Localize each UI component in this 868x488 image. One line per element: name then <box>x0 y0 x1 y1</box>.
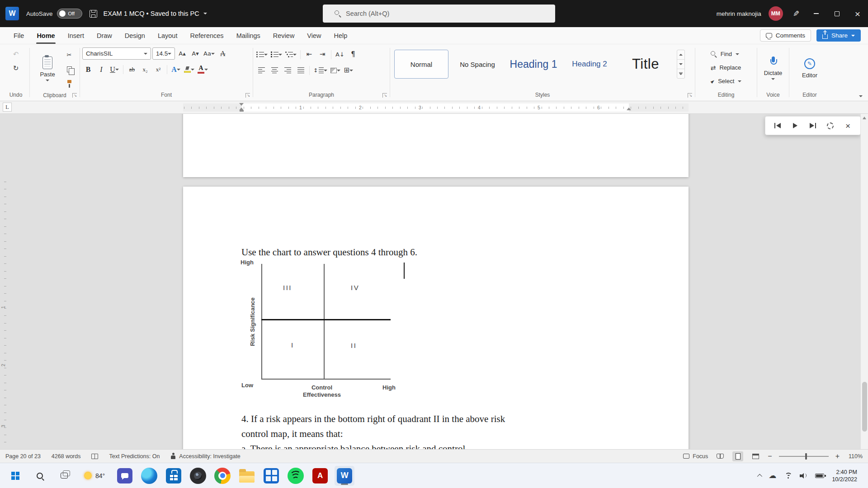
editor-button[interactable]: ✎ Editor <box>797 47 823 89</box>
scroll-up-arrow[interactable] <box>863 117 866 119</box>
proofing-status[interactable] <box>91 454 98 459</box>
grow-font-button[interactable]: A▴ <box>176 47 188 60</box>
decrease-indent-button[interactable]: ⇤ <box>303 48 315 61</box>
read-mode-button[interactable] <box>715 451 726 461</box>
page-current[interactable]: Use the chart to answer questions 4 thro… <box>183 187 689 449</box>
taskbar-chrome-icon[interactable] <box>212 466 232 486</box>
read-next-button[interactable] <box>806 119 820 132</box>
read-previous-button[interactable] <box>771 119 784 132</box>
style-normal[interactable]: Normal <box>394 50 448 79</box>
redo-button[interactable]: ↻ <box>10 62 22 75</box>
read-aloud-close-button[interactable]: × <box>841 119 855 132</box>
user-name[interactable]: mehrin maknojia <box>717 10 761 17</box>
paragraph-intro[interactable]: Use the chart to answer questions 4 thro… <box>241 247 417 258</box>
multilevel-list-button[interactable] <box>284 48 297 61</box>
tab-draw[interactable]: Draw <box>90 27 118 44</box>
tab-home[interactable]: Home <box>30 27 61 44</box>
tab-review[interactable]: Review <box>267 27 301 44</box>
replace-button[interactable]: ⇄Replace <box>709 61 743 74</box>
cut-button[interactable]: ✂ <box>63 49 75 61</box>
clipboard-dialog-launcher[interactable] <box>72 93 77 98</box>
style-heading-1[interactable]: Heading 1 <box>506 50 561 79</box>
style-heading-2[interactable]: Heading 2 <box>562 50 617 79</box>
zoom-in-button[interactable]: + <box>835 453 840 460</box>
increase-indent-button[interactable]: ⇥ <box>316 48 328 61</box>
styles-scroll-down-button[interactable] <box>677 60 684 69</box>
justify-button[interactable] <box>295 64 307 76</box>
highlight-color-button[interactable] <box>183 63 195 75</box>
search-box[interactable]: Search (Alt+Q) <box>323 5 555 23</box>
subscript-button[interactable]: x₂ <box>139 63 151 75</box>
tab-design[interactable]: Design <box>118 27 151 44</box>
sort-button[interactable]: A↓ <box>334 48 346 61</box>
font-size-select[interactable]: 14.5 <box>152 47 175 60</box>
bullets-button[interactable] <box>255 48 269 61</box>
right-indent-marker[interactable] <box>627 108 631 110</box>
zoom-out-button[interactable]: − <box>768 453 772 460</box>
left-indent-marker[interactable] <box>240 110 244 112</box>
styles-dialog-launcher[interactable] <box>688 93 692 98</box>
maximize-button[interactable] <box>826 0 847 27</box>
vertical-scrollbar[interactable] <box>860 114 868 449</box>
styles-scroll-up-button[interactable] <box>677 50 684 60</box>
select-button[interactable]: ►Select <box>709 75 744 87</box>
styles-gallery-more-button[interactable] <box>677 69 684 78</box>
page-indicator[interactable]: Page 20 of 23 <box>5 453 41 460</box>
italic-button[interactable]: I <box>95 63 107 75</box>
align-center-button[interactable] <box>269 64 280 76</box>
numbering-button[interactable] <box>270 48 283 61</box>
taskbar-camera-app-icon[interactable] <box>188 466 208 486</box>
text-predictions-status[interactable]: Text Predictions: On <box>109 453 160 460</box>
taskbar-spotify-icon[interactable] <box>286 466 306 486</box>
read-play-button[interactable] <box>788 119 802 132</box>
style-no-spacing[interactable]: No Spacing <box>450 50 505 79</box>
wifi-icon[interactable] <box>784 472 792 479</box>
save-icon[interactable] <box>90 10 97 18</box>
taskbar-teams-icon[interactable] <box>115 466 135 486</box>
paragraph-answer-a[interactable]: a. There is an appropriate balance betwe… <box>241 443 465 449</box>
undo-button[interactable]: ↶ <box>10 48 22 61</box>
tab-references[interactable]: References <box>184 27 230 44</box>
minimize-button[interactable] <box>806 0 826 27</box>
shrink-font-button[interactable]: A▾ <box>189 47 201 60</box>
taskbar-apps-grid-icon[interactable] <box>261 466 281 486</box>
paste-button[interactable]: Paste <box>34 47 61 90</box>
comments-button[interactable]: Comments <box>760 29 811 42</box>
paragraph-question-4[interactable]: 4. If a risk appears in the bottom right… <box>241 412 639 441</box>
volume-icon[interactable] <box>800 473 807 479</box>
print-layout-button[interactable] <box>732 451 743 461</box>
first-line-indent-marker[interactable] <box>239 103 244 106</box>
style-title[interactable]: Title <box>618 50 673 79</box>
tab-help[interactable]: Help <box>328 27 354 44</box>
taskbar-file-explorer-icon[interactable] <box>237 466 257 486</box>
scrollbar-thumb[interactable] <box>862 382 867 432</box>
taskbar-store-icon[interactable] <box>164 466 184 486</box>
page-previous[interactable] <box>183 114 689 177</box>
accessibility-status[interactable]: Accessibility: Investigate <box>170 453 240 460</box>
line-spacing-button[interactable]: ↕ <box>312 64 328 76</box>
taskbar-edge-icon[interactable] <box>139 466 159 486</box>
document-canvas[interactable]: 1 2 3 Use the chart to answer questions … <box>0 114 868 449</box>
clear-formatting-button[interactable]: A <box>217 47 229 60</box>
font-dialog-launcher[interactable] <box>245 93 250 98</box>
font-name-select[interactable]: CharisSIL <box>82 47 151 60</box>
paragraph-dialog-launcher[interactable] <box>382 93 387 98</box>
strikethrough-button[interactable]: ab <box>126 63 138 75</box>
format-painter-button[interactable] <box>63 78 75 90</box>
battery-icon[interactable] <box>815 474 824 478</box>
dictate-button[interactable]: Dictate <box>760 47 786 89</box>
read-settings-button[interactable] <box>824 119 837 132</box>
superscript-button[interactable]: x² <box>152 63 164 75</box>
word-app-icon[interactable]: W <box>5 7 19 20</box>
show-formatting-button[interactable]: ¶ <box>347 48 359 61</box>
text-effects-button[interactable]: A <box>170 63 182 75</box>
collapse-ribbon-chevron[interactable] <box>859 95 863 97</box>
shading-button[interactable] <box>330 64 341 76</box>
zoom-level[interactable]: 110% <box>846 453 863 460</box>
bold-button[interactable]: B <box>82 63 94 75</box>
font-color-button[interactable]: A <box>197 63 209 75</box>
find-button[interactable]: Find <box>709 48 741 60</box>
underline-button[interactable]: U <box>108 63 120 75</box>
borders-button[interactable]: ⊞ <box>343 64 354 76</box>
zoom-slider-thumb[interactable] <box>805 453 807 460</box>
